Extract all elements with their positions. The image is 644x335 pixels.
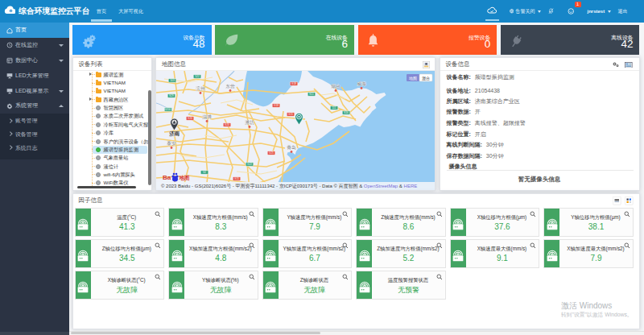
svg-text:G2001: G2001 (164, 108, 172, 111)
svg-text:G20: G20 (225, 123, 230, 126)
svg-text:东营: 东营 (225, 84, 235, 89)
svg-text:地图: 地图 (408, 76, 417, 81)
svg-text:地图: 地图 (179, 175, 190, 181)
svg-text:103: 103 (170, 79, 175, 82)
svg-text:G18: G18 (291, 82, 297, 85)
svg-text:S29: S29 (169, 94, 174, 97)
svg-text:S11: S11 (309, 93, 314, 96)
svg-text:青岛: 青岛 (287, 145, 296, 150)
svg-text:滨州: 滨州 (196, 86, 205, 92)
svg-text:潍坊: 潍坊 (245, 120, 254, 126)
svg-text:淄博: 淄博 (202, 114, 212, 120)
svg-text:济南: 济南 (169, 130, 180, 137)
svg-text:混合: 混合 (422, 76, 430, 81)
svg-text:S16: S16 (344, 111, 349, 114)
svg-text:522: 522 (195, 75, 200, 78)
svg-text:G20: G20 (188, 117, 193, 120)
svg-text:烟台: 烟台 (331, 84, 341, 89)
svg-text:G25: G25 (269, 151, 275, 155)
svg-text:G15: G15 (288, 113, 294, 116)
svg-text:Ba: Ba (163, 174, 171, 181)
svg-text:G18: G18 (274, 104, 279, 107)
svg-text:G2: G2 (203, 171, 207, 174)
svg-text:G15: G15 (234, 177, 240, 180)
svg-text:威海: 威海 (357, 81, 366, 87)
svg-text:© 2023 Baidu - GS(2021)6026号 -: © 2023 Baidu - GS(2021)6026号 - 甲测资字11111… (161, 183, 417, 189)
svg-text:泰安: 泰安 (167, 141, 176, 147)
svg-text:G22: G22 (247, 163, 253, 166)
svg-text:111: 111 (332, 106, 336, 110)
